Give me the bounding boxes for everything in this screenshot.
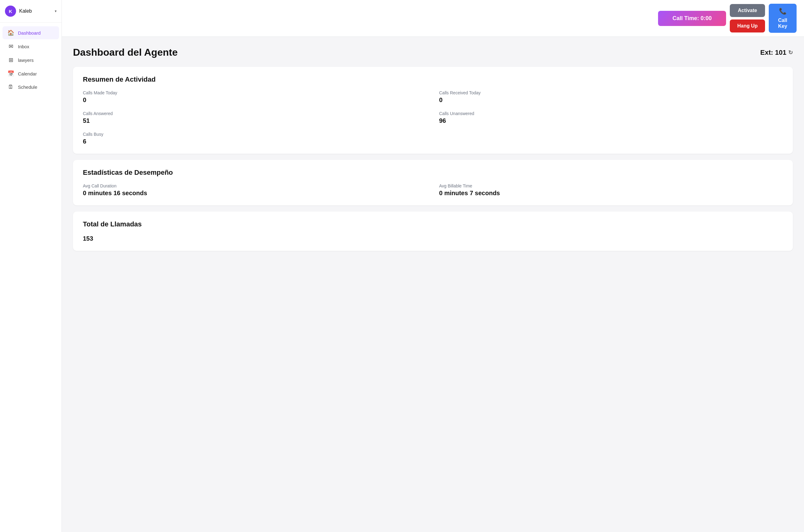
- user-profile[interactable]: K Kaleb ▾: [0, 0, 61, 23]
- sidebar-item-label: Dashboard: [18, 30, 40, 36]
- stat-label: Calls Answered: [83, 111, 427, 116]
- call-time-button[interactable]: Call Time: 0:00: [658, 11, 726, 26]
- phone-icon: 📞: [779, 7, 787, 15]
- page-content: Dashboard del Agente Ext: 101 ↻ Resumen …: [62, 37, 804, 532]
- stat-avg-call-duration: Avg Call Duration 0 minutes 16 seconds: [83, 184, 427, 197]
- sidebar-item-schedule[interactable]: 🗓 Schedule: [2, 81, 59, 93]
- total-calls-title: Total de Llamadas: [83, 220, 783, 228]
- total-calls-value: 153: [83, 235, 783, 242]
- stat-calls-busy: Calls Busy 6: [83, 132, 427, 145]
- main-content: Call Time: 0:00 Activate Hang Up 📞 CallK…: [62, 0, 804, 532]
- activity-card: Resumen de Actividad Calls Made Today 0 …: [73, 67, 793, 154]
- stat-value: 0: [439, 96, 783, 103]
- stat-value: 6: [83, 138, 427, 145]
- hangup-button[interactable]: Hang Up: [730, 19, 765, 33]
- ext-info: Ext: 101 ↻: [760, 49, 793, 57]
- sidebar-item-calendar[interactable]: 📅 Calendar: [2, 67, 59, 80]
- sidebar-item-label: Calendar: [18, 71, 37, 76]
- sidebar: K Kaleb ▾ 🏠 Dashboard ✉ Inbox ⊞ lawyers …: [0, 0, 62, 532]
- performance-stats-grid: Avg Call Duration 0 minutes 16 seconds A…: [83, 184, 783, 197]
- user-name: Kaleb: [19, 8, 52, 14]
- total-calls-card: Total de Llamadas 153: [73, 212, 793, 251]
- stat-label: Calls Busy: [83, 132, 427, 137]
- page-header: Dashboard del Agente Ext: 101 ↻: [73, 47, 793, 58]
- stat-calls-answered: Calls Answered 51: [83, 111, 427, 124]
- page-title: Dashboard del Agente: [73, 47, 177, 58]
- call-key-label: CallKey: [778, 17, 787, 29]
- stat-label: Calls Received Today: [439, 90, 783, 95]
- stat-avg-billable-time: Avg Billable Time 0 minutes 7 seconds: [439, 184, 783, 197]
- avatar: K: [5, 5, 16, 17]
- stat-label: Avg Call Duration: [83, 184, 427, 188]
- lawyers-icon: ⊞: [7, 57, 14, 63]
- stat-value: 0 minutes 16 seconds: [83, 190, 427, 197]
- stat-label: Avg Billable Time: [439, 184, 783, 188]
- activate-button[interactable]: Activate: [730, 4, 765, 17]
- activity-stats-grid: Calls Made Today 0 Calls Received Today …: [83, 90, 783, 145]
- inbox-icon: ✉: [7, 43, 14, 50]
- stat-label: Calls Unanswered: [439, 111, 783, 116]
- sidebar-item-inbox[interactable]: ✉ Inbox: [2, 40, 59, 53]
- chevron-down-icon: ▾: [55, 9, 57, 13]
- sidebar-item-label: Inbox: [18, 44, 30, 49]
- refresh-icon[interactable]: ↻: [788, 49, 793, 56]
- performance-card-title: Estadísticas de Desempeño: [83, 169, 783, 177]
- stat-value: 0: [83, 96, 427, 103]
- activity-card-title: Resumen de Actividad: [83, 75, 783, 83]
- stat-calls-received: Calls Received Today 0: [439, 90, 783, 103]
- stat-value: 0 minutes 7 seconds: [439, 190, 783, 197]
- sidebar-item-lawyers[interactable]: ⊞ lawyers: [2, 54, 59, 66]
- stat-value: 96: [439, 117, 783, 124]
- calendar-icon: 📅: [7, 70, 14, 77]
- stat-label: Calls Made Today: [83, 90, 427, 95]
- stat-value: 51: [83, 117, 427, 124]
- sidebar-nav: 🏠 Dashboard ✉ Inbox ⊞ lawyers 📅 Calendar…: [0, 23, 61, 97]
- sidebar-item-label: lawyers: [18, 58, 34, 63]
- home-icon: 🏠: [7, 30, 14, 36]
- schedule-icon: 🗓: [7, 84, 14, 90]
- stat-calls-made: Calls Made Today 0: [83, 90, 427, 103]
- sidebar-item-label: Schedule: [18, 84, 37, 90]
- call-key-button[interactable]: 📞 CallKey: [769, 4, 797, 33]
- performance-card: Estadísticas de Desempeño Avg Call Durat…: [73, 160, 793, 205]
- topbar: Call Time: 0:00 Activate Hang Up 📞 CallK…: [62, 0, 804, 37]
- stat-calls-unanswered: Calls Unanswered 96: [439, 111, 783, 124]
- ext-label: Ext: 101: [760, 49, 786, 57]
- sidebar-item-dashboard[interactable]: 🏠 Dashboard: [2, 26, 59, 39]
